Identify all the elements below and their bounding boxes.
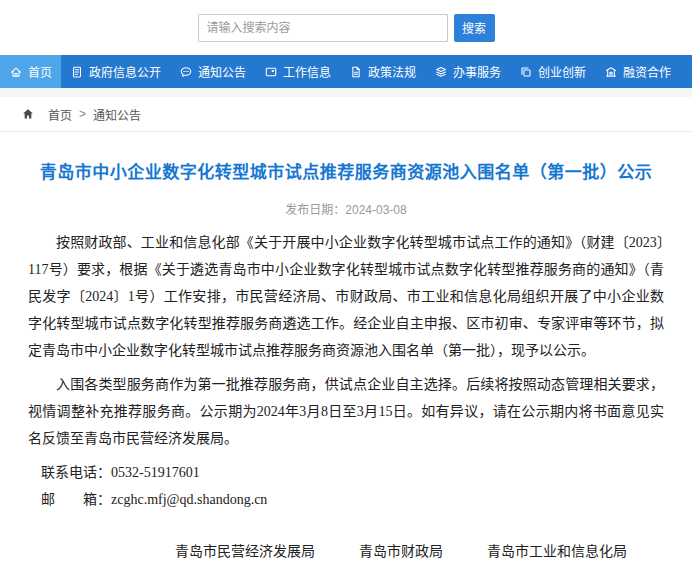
search-button[interactable]: 搜索 xyxy=(454,14,495,42)
comment-icon xyxy=(179,65,193,79)
breadcrumb-home-link[interactable]: 首页 xyxy=(48,106,72,123)
nav-item-label: 政策法规 xyxy=(368,63,416,80)
contact-phone: 联系电话：0532-51917601 xyxy=(28,459,664,486)
nav-item-services[interactable]: 办事服务 xyxy=(425,55,510,88)
image-icon xyxy=(264,65,278,79)
nav-item-notices[interactable]: 通知公告 xyxy=(170,55,255,88)
signing-agency: 青岛市工业和信息化局 xyxy=(487,540,627,560)
article-title: 青岛市中小企业数字化转型城市试点推荐服务商资源池入围名单（第一批）公示 xyxy=(28,158,664,183)
article-paragraph: 按照财政部、工业和信息化部《关于开展中小企业数字化转型城市试点工作的通知》（财建… xyxy=(28,229,664,364)
nav-item-label: 通知公告 xyxy=(198,63,246,80)
signing-agencies: 青岛市民营经济发展局 青岛市财政局 青岛市工业和信息化局 xyxy=(28,540,664,560)
contact-email: 邮 箱：zcghc.mfj@qd.shandong.cn xyxy=(28,486,664,513)
nav-item-label: 融资合作 xyxy=(623,63,671,80)
search-bar: 搜索 xyxy=(198,14,495,42)
nav-item-label: 政府信息公开 xyxy=(89,63,161,80)
article-paragraph: 入围各类型服务商作为第一批推荐服务商，供试点企业自主选择。后续将按照动态管理相关… xyxy=(28,371,664,452)
nav-item-innovation[interactable]: 创业创新 xyxy=(510,55,595,88)
page-header: 搜索 xyxy=(0,0,692,55)
breadcrumb-home-icon xyxy=(21,107,35,121)
nav-item-party-building[interactable]: 机关党建 xyxy=(680,55,692,88)
search-input[interactable] xyxy=(198,14,448,42)
publish-date: 发布日期：2024-03-08 xyxy=(28,200,664,217)
nav-item-home[interactable]: 首页 xyxy=(0,55,61,88)
nav-item-policies[interactable]: 政策法规 xyxy=(340,55,425,88)
nav-item-financing[interactable]: 融资合作 xyxy=(595,55,680,88)
nav-item-gov-info[interactable]: 政府信息公开 xyxy=(61,55,170,88)
nav-item-label: 工作信息 xyxy=(283,63,331,80)
breadcrumb-current-link[interactable]: 通知公告 xyxy=(93,106,141,123)
home-icon xyxy=(9,65,23,79)
signing-agency: 青岛市民营经济发展局 xyxy=(175,540,315,560)
layers-icon xyxy=(434,65,448,79)
nav-item-label: 办事服务 xyxy=(453,63,501,80)
nav-item-work-info[interactable]: 工作信息 xyxy=(255,55,340,88)
document-icon xyxy=(70,65,84,79)
breadcrumb: 首页 > 通知公告 xyxy=(0,97,692,132)
nav-item-label: 首页 xyxy=(28,63,52,80)
bank-icon xyxy=(604,65,618,79)
nav-item-label: 创业创新 xyxy=(538,63,586,80)
file-icon xyxy=(349,65,363,79)
main-nav: 首页 政府信息公开 通知公告 工作信息 政策法规 办事服务 创业 xyxy=(0,55,692,88)
copy-icon xyxy=(519,65,533,79)
article-content: 青岛市中小企业数字化转型城市试点推荐服务商资源池入围名单（第一批）公示 发布日期… xyxy=(0,132,692,580)
signing-agency: 青岛市财政局 xyxy=(359,540,443,560)
breadcrumb-separator: > xyxy=(79,107,86,121)
nav-divider-strip xyxy=(0,88,692,97)
contact-block: 联系电话：0532-51917601 邮 箱：zcghc.mfj@qd.shan… xyxy=(28,459,664,513)
